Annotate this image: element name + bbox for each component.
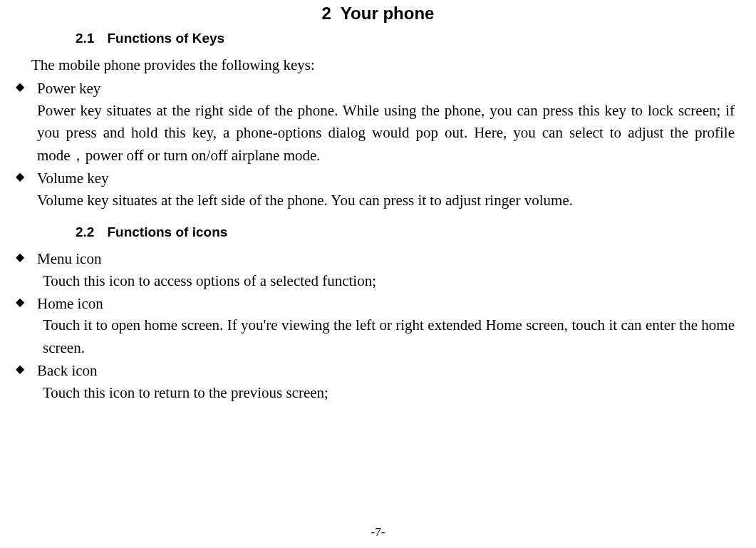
- section2-list: Menu icon Touch this icon to access opti…: [21, 249, 735, 404]
- section1-intro: The mobile phone provides the following …: [31, 55, 735, 76]
- desc-home-icon: Touch it to open home screen. If you're …: [43, 314, 735, 359]
- term-volume-key: Volume key: [37, 168, 735, 189]
- chapter-number: 2: [322, 4, 331, 23]
- list-item: Menu icon Touch this icon to access opti…: [21, 249, 735, 292]
- section-number: 2.1: [76, 31, 94, 46]
- desc-volume-key: Volume key situates at the left side of …: [37, 190, 735, 212]
- list-item: Home icon Touch it to open home screen. …: [21, 294, 735, 359]
- term-menu-icon: Menu icon: [37, 249, 735, 269]
- term-home-icon: Home icon: [37, 294, 735, 314]
- section-title: Functions of icons: [107, 224, 227, 239]
- section1-list: Power key Power key situates at the righ…: [21, 78, 735, 212]
- section-title: Functions of Keys: [107, 31, 224, 46]
- section-heading-2-1: 2.1Functions of Keys: [76, 31, 735, 46]
- desc-back-icon: Touch this icon to return to the previou…: [43, 382, 735, 405]
- list-item: Back icon Touch this icon to return to t…: [21, 361, 735, 404]
- term-back-icon: Back icon: [37, 361, 735, 381]
- desc-power-key: Power key situates at the right side of …: [37, 100, 735, 167]
- chapter-title-text: Your phone: [341, 4, 435, 23]
- term-power-key: Power key: [37, 78, 735, 99]
- list-item: Volume key Volume key situates at the le…: [21, 168, 735, 212]
- section-heading-2-2: 2.2Functions of icons: [76, 224, 735, 240]
- list-item: Power key Power key situates at the righ…: [21, 78, 735, 167]
- desc-menu-icon: Touch this icon to access options of a s…: [43, 270, 735, 293]
- chapter-title: 2 Your phone: [21, 4, 735, 24]
- page-number: -7-: [0, 525, 756, 539]
- section-number: 2.2: [76, 224, 94, 240]
